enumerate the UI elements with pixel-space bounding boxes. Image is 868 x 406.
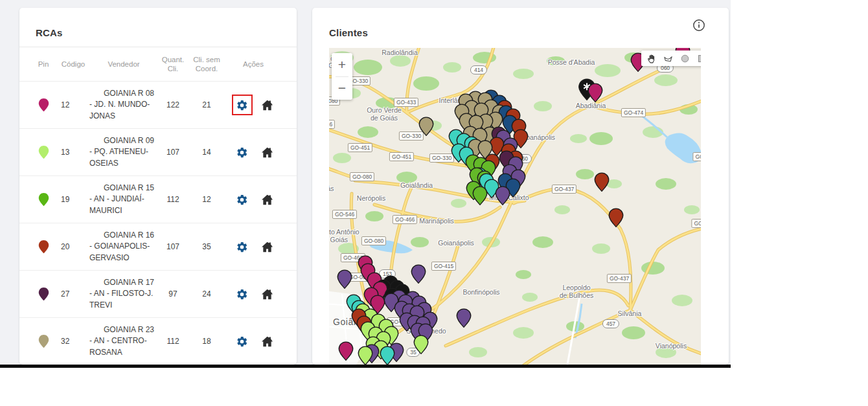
rca-quant-cli: 122 — [158, 100, 188, 109]
road-badge: GO-546 — [332, 210, 357, 219]
client-map-pin[interactable] — [337, 269, 352, 291]
polygon-tool[interactable] — [661, 51, 675, 65]
rca-vendedor: GOIANIA R 17 - AN - FILOSTO-J. TREVI — [89, 275, 157, 314]
table-row: 27GOIANIA R 17 - AN - FILOSTO-J. TREVI97… — [19, 271, 297, 318]
map-zoom-control: + − — [332, 53, 352, 100]
road-badge: GO-415 — [431, 262, 456, 271]
table-row: 12GOIANIA R 08 - JD. N. MUNDO-JONAS12221 — [19, 82, 297, 129]
road-badge: GO-433 — [394, 98, 418, 107]
road-badge: GO — [692, 152, 701, 161]
road-badge: 414 — [470, 65, 487, 74]
road-badge: GO-466 — [393, 215, 417, 224]
home-button[interactable] — [261, 100, 273, 111]
info-icon[interactable] — [692, 19, 705, 32]
settings-gear-button[interactable] — [234, 96, 251, 113]
client-map-pin[interactable] — [456, 308, 472, 330]
map-place-label: Marinápolis — [419, 217, 454, 225]
viewport-cut-bar — [0, 365, 731, 368]
road-badge: GO — [691, 219, 701, 228]
rca-pin-icon — [30, 287, 57, 301]
map-place-label: de Goiás — [371, 114, 398, 122]
rca-pin-icon — [30, 145, 57, 159]
rca-vendedor: GOIANIA R 16 - GOIANAPOLIS-GERVASIO — [89, 227, 157, 267]
settings-gear-button[interactable] — [234, 238, 251, 255]
rca-cli-sem-coord: 24 — [188, 289, 225, 299]
clientes-map[interactable]: olGoRadiolândiaPosse d'AbadiaInterlândia… — [329, 48, 701, 365]
road-badge: GO-437 — [607, 274, 632, 283]
client-map-pin[interactable] — [418, 117, 434, 139]
rca-codigo: 19 — [57, 195, 89, 204]
client-map-pin[interactable] — [588, 83, 603, 105]
home-button[interactable] — [261, 336, 273, 347]
map-place-label: Posse d'Abadia — [548, 58, 595, 66]
client-map-pin[interactable] — [411, 264, 426, 286]
rcas-table-header: PinCódigoVendedorQuant. Cli.Cli. sem Coo… — [19, 47, 297, 82]
rca-pin-icon — [30, 240, 57, 254]
rca-quant-cli: 112 — [158, 195, 188, 204]
table-row: 19GOIANIA R 15 - AN - JUNDIAÍ-MAURICI112… — [19, 176, 297, 223]
rectangle-tool[interactable] — [694, 51, 701, 65]
road-badge: GO-080 — [361, 236, 386, 245]
client-map-pin[interactable] — [608, 208, 624, 230]
map-place-label: de Goiás — [329, 236, 348, 243]
rca-vendedor: GOIANIA R 15 - AN - JUNDIAÍ-MAURICI — [89, 180, 157, 220]
column-header: Quant. Cli. — [158, 55, 188, 73]
client-map-pin[interactable] — [594, 172, 610, 194]
client-map-pin[interactable] — [380, 346, 395, 365]
road-badge: GO-451 — [348, 143, 372, 152]
rca-codigo: 20 — [57, 242, 89, 251]
road-badge: GO-474 — [621, 108, 646, 117]
client-map-pin[interactable] — [413, 335, 429, 357]
map-place-label: Radiolândia — [382, 49, 417, 56]
map-place-label: Goialândia — [400, 181, 433, 189]
map-place-label: Goianápolis — [438, 239, 474, 247]
column-header: Código — [57, 60, 89, 69]
map-draw-toolbar — [641, 51, 701, 66]
rca-cli-sem-coord: 21 — [188, 100, 225, 109]
client-map-pin[interactable] — [472, 186, 488, 208]
column-header: Pin — [30, 60, 57, 69]
road-badge: GO-080 — [350, 172, 374, 181]
rca-cli-sem-coord: 18 — [188, 337, 225, 346]
rca-quant-cli: 97 — [158, 289, 188, 299]
map-place-label: Goianás — [329, 185, 334, 192]
road-badge: GO-416 — [329, 120, 335, 129]
client-map-pin[interactable] — [338, 341, 354, 363]
map-place-label: de Bulhões — [560, 291, 594, 299]
map-place-label: Bonfinópolis — [463, 288, 499, 296]
rca-pin-icon — [30, 192, 57, 207]
rca-codigo: 13 — [57, 148, 89, 157]
rcas-card: RCAs PinCódigoVendedorQuant. Cli.Cli. se… — [19, 8, 297, 365]
home-button[interactable] — [261, 147, 273, 158]
client-map-pin[interactable] — [358, 346, 373, 365]
rca-quant-cli: 107 — [158, 148, 188, 157]
rca-vendedor: GOIANIA R 08 - JD. N. MUNDO-JONAS — [89, 85, 157, 125]
settings-gear-button[interactable] — [234, 144, 251, 161]
settings-gear-button[interactable] — [234, 286, 251, 302]
home-button[interactable] — [261, 289, 273, 300]
client-map-pin[interactable] — [495, 186, 510, 208]
zoom-in-button[interactable]: + — [332, 53, 352, 76]
zoom-out-button[interactable]: − — [332, 77, 352, 100]
rca-cli-sem-coord: 35 — [188, 242, 225, 251]
rcas-table-body: 12GOIANIA R 08 - JD. N. MUNDO-JONAS12221… — [19, 82, 297, 365]
rca-codigo: 27 — [57, 289, 89, 299]
road-badge: GO-437 — [552, 185, 577, 194]
table-row: 20GOIANIA R 16 - GOIANAPOLIS-GERVASIO107… — [19, 223, 297, 271]
pan-hand-tool[interactable] — [644, 51, 658, 65]
rca-pin-icon — [30, 334, 57, 348]
map-place-label: Nerópolis — [357, 194, 385, 202]
column-header: Vendedor — [89, 60, 158, 69]
circle-tool[interactable] — [678, 51, 692, 65]
rcas-title: RCAs — [36, 27, 63, 38]
rcas-table: PinCódigoVendedorQuant. Cli.Cli. sem Coo… — [19, 47, 297, 365]
home-button[interactable] — [261, 242, 273, 253]
clientes-card: Clientes — [312, 8, 729, 365]
settings-gear-button[interactable] — [234, 333, 251, 350]
rca-quant-cli: 112 — [158, 337, 188, 346]
settings-gear-button[interactable] — [234, 191, 251, 208]
clientes-title: Clientes — [329, 27, 368, 38]
home-button[interactable] — [261, 194, 273, 205]
column-header: Cli. sem Coord. — [188, 55, 225, 73]
map-place-label: Silvânia — [618, 310, 642, 317]
